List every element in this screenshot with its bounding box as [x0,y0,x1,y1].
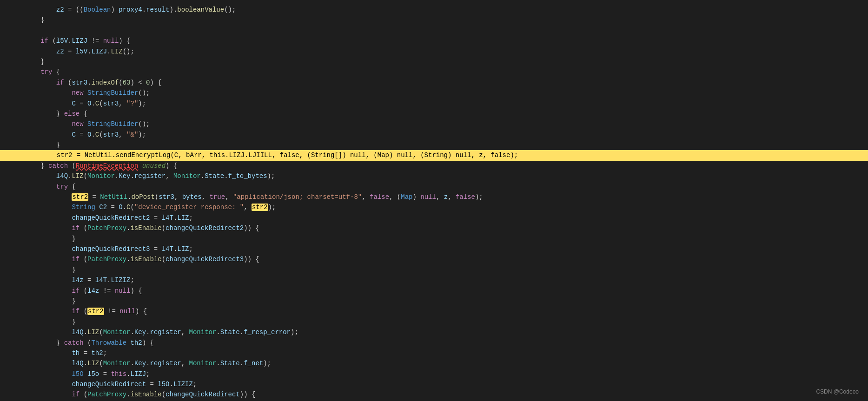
code-line: if (str3.indexOf(63) < 0) { [0,78,868,88]
code-line: new StringBuilder(); [0,88,868,98]
code-line-highlighted: str2 = NetUtil.sendEncryptLog(C, bArr, t… [0,150,868,160]
code-line: } catch (Throwable th2) { [0,338,868,348]
code-line: C = O.C(str3, "?"); [0,99,868,109]
code-line: z2 = ((Boolean) proxy4.result).booleanVa… [0,5,868,15]
code-line: changeQuickRedirect3 = l4T.LIZ; [0,244,868,254]
code-line: th = th2; [0,348,868,358]
code-line: if (PatchProxy.isEnable(changeQuickRedir… [0,223,868,233]
code-line: if (PatchProxy.isEnable(changeQuickRedir… [0,389,868,400]
code-line: l4Q.LIZ(Monitor.Key.register, Monitor.St… [0,327,868,337]
code-line [0,26,868,36]
code-line: } [0,296,868,306]
code-line: } [0,265,868,275]
code-line: } catch (RuntimeException unused) { [0,161,868,171]
code-line: C = O.C(str3, "&"); [0,130,868,140]
code-line: } else { [0,109,868,119]
code-container: z2 = ((Boolean) proxy4.result).booleanVa… [0,0,868,401]
code-line: z2 = l5V.LIZJ.LIZ(); [0,46,868,57]
code-line: l4Q.LIZ(Monitor.Key.register, Monitor.St… [0,171,868,181]
code-line: l5O l5o = this.LIZJ; [0,369,868,379]
code-line: str2 = NetUtil.doPost(str3, bytes, true,… [0,192,868,202]
code-line: try { [0,67,868,77]
code-line: l4Q.LIZ(Monitor.Key.register, Monitor.St… [0,358,868,368]
code-line: if (PatchProxy.isEnable(changeQuickRedir… [0,254,868,264]
code-line: } [0,140,868,150]
code-line: changeQuickRedirect2 = l4T.LIZ; [0,213,868,223]
code-line: new StringBuilder(); [0,119,868,129]
code-line: try { [0,182,868,192]
code-line: } [0,15,868,25]
code-line: if (l5V.LIZJ != null) { [0,36,868,46]
code-line: } [0,234,868,244]
brand-label: CSDN @Codeoo [816,388,859,396]
code-line: } [0,317,868,327]
code-line: if (str2 != null) { [0,306,868,316]
code-line: if (l4z != null) { [0,286,868,296]
code-line: } [0,57,868,67]
code-line: String C2 = O.C("device_register respons… [0,202,868,212]
code-line: l4z = l4T.LIZIZ; [0,275,868,285]
code-line: changeQuickRedirect = l5O.LIZIZ; [0,379,868,389]
